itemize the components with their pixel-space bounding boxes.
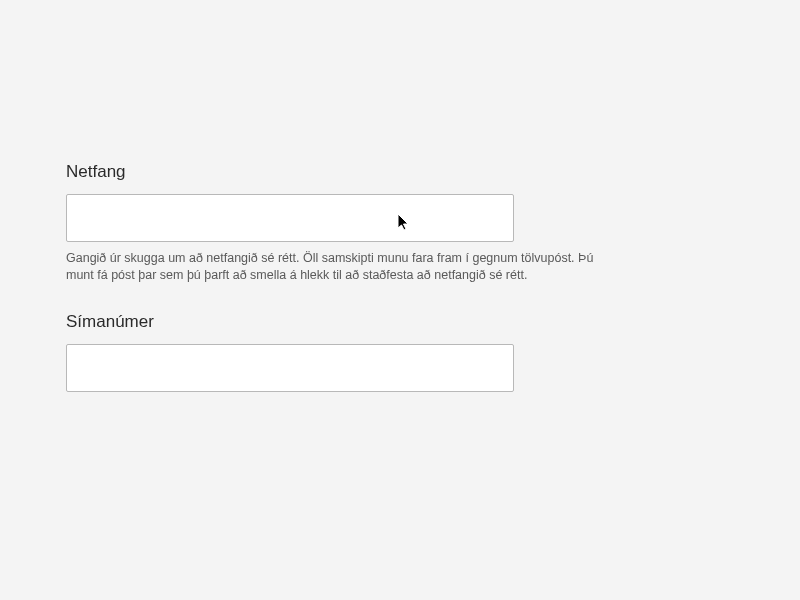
email-group: Netfang Gangið úr skugga um að netfangið… (66, 162, 734, 284)
email-field[interactable] (66, 194, 514, 242)
email-help-text: Gangið úr skugga um að netfangið sé rétt… (66, 250, 596, 284)
email-label: Netfang (66, 162, 734, 182)
phone-label: Símanúmer (66, 312, 734, 332)
phone-group: Símanúmer (66, 312, 734, 392)
form-container: Netfang Gangið úr skugga um að netfangið… (0, 0, 800, 392)
phone-field[interactable] (66, 344, 514, 392)
